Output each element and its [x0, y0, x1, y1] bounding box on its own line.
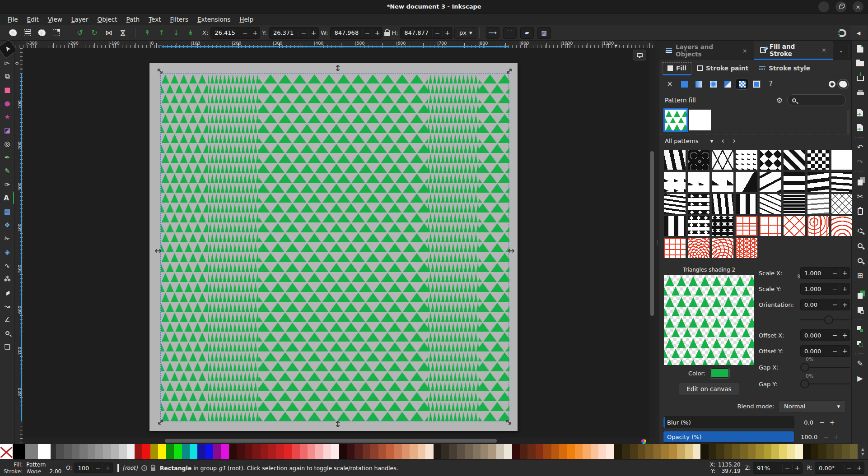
scale-y-value[interactable]: 1.000 [801, 286, 830, 292]
zoom-center-page-icon[interactable]: ⊞ [854, 270, 866, 281]
dropper-tool[interactable]: ✁ [1, 232, 14, 245]
palette-swatch[interactable] [221, 444, 229, 459]
palette-swatch[interactable] [166, 444, 174, 459]
palette-swatch[interactable] [811, 444, 818, 459]
palette-swatch[interactable] [237, 444, 244, 459]
palette-none-swatch[interactable] [0, 444, 13, 459]
tweak-tool[interactable]: ∿ [1, 259, 14, 272]
x-spinbox[interactable]: 26.415 − + [210, 27, 260, 39]
menu-layer[interactable]: Layer [67, 14, 93, 24]
decrement[interactable]: − [844, 464, 854, 471]
horizontal-ruler[interactable]: |-300|-200|-100|0|100|200|300|400|500|60… [15, 41, 653, 48]
menu-edit[interactable]: Edit [23, 14, 43, 24]
palette-swatch[interactable] [481, 444, 488, 459]
palette-swatch[interactable] [292, 444, 299, 459]
palette-swatch[interactable] [434, 444, 441, 459]
measure-tool[interactable]: ∠ [1, 313, 14, 326]
palette-swatch[interactable] [261, 444, 268, 459]
undo-icon[interactable]: ↶ [854, 142, 866, 153]
pattern-triangle-mix[interactable] [807, 150, 829, 170]
palette-swatch[interactable] [355, 444, 362, 459]
palette-swatch[interactable] [630, 444, 638, 459]
paste-icon[interactable] [854, 206, 866, 217]
decrement[interactable]: − [830, 301, 840, 308]
layer-visibility-icon[interactable] [141, 465, 147, 471]
snap-icon[interactable] [840, 29, 846, 37]
link-scale-icon[interactable]: ∞ [796, 274, 803, 279]
pattern-triangle-checker[interactable] [760, 150, 781, 170]
menu-file[interactable]: File [4, 14, 22, 24]
palette-swatch[interactable] [724, 444, 732, 459]
zoom-selection-icon[interactable] [854, 225, 866, 236]
pattern-red-clouds[interactable] [712, 238, 733, 258]
palette-swatch[interactable] [504, 444, 512, 459]
scale-x-value[interactable]: 1.000 [801, 270, 830, 277]
menu-view[interactable]: View [44, 14, 66, 24]
h-increment[interactable]: + [442, 29, 452, 37]
pattern-wave-lines[interactable] [831, 172, 853, 192]
pattern-large-triangles[interactable] [712, 172, 733, 192]
palette-swatch[interactable] [591, 444, 598, 459]
palette-swatch[interactable] [449, 444, 457, 459]
collapse-toolbar-button[interactable]: ◀ [851, 27, 866, 39]
pattern-dense-triangles[interactable] [688, 172, 709, 192]
palette-swatch[interactable] [394, 444, 401, 459]
pattern-search-input[interactable] [787, 94, 846, 106]
scroll-down-icon[interactable]: ▼ [861, 452, 864, 456]
rotation-spinbox[interactable]: 0.00° − + [815, 462, 864, 474]
palette-swatch[interactable] [79, 444, 87, 459]
palette-swatch[interactable] [465, 444, 472, 459]
layer-name[interactable]: [root] [122, 465, 137, 471]
blend-mode-dropdown[interactable]: Normal ▾ [778, 400, 846, 412]
palette-swatch[interactable] [276, 444, 284, 459]
palette-swatch[interactable] [488, 444, 496, 459]
increment[interactable]: + [840, 269, 849, 277]
palette-swatch[interactable] [197, 444, 205, 459]
palette-swatch[interactable] [457, 444, 465, 459]
palette-swatch[interactable] [756, 444, 763, 459]
increment[interactable]: + [840, 347, 849, 355]
palette-swatch[interactable] [323, 444, 331, 459]
spray-tool[interactable]: ⁂ [1, 273, 14, 286]
palette-swatch[interactable] [614, 444, 622, 459]
close-icon[interactable]: × [742, 47, 747, 54]
palette-swatch[interactable] [740, 444, 747, 459]
scale-handle-e[interactable]: ↔ [508, 247, 515, 254]
vertical-ruler[interactable]: 0100200300400500600700800 [15, 48, 23, 444]
palette-swatch[interactable] [190, 444, 197, 459]
menu-text[interactable]: Text [145, 14, 165, 24]
palette-swatch[interactable] [410, 444, 417, 459]
palette-swatch[interactable] [363, 444, 370, 459]
opacity-value[interactable]: 100 [74, 465, 93, 471]
eraser-tool[interactable]: ▰ [0, 283, 16, 301]
save-document-icon[interactable] [854, 73, 866, 84]
palette-swatch[interactable] [127, 444, 135, 459]
stroke-width[interactable]: 2.00 [49, 468, 61, 475]
gap-y-slider[interactable] [800, 384, 850, 384]
palette-swatch[interactable] [520, 444, 527, 459]
palette-swatch[interactable] [709, 444, 716, 459]
paint-pattern-button[interactable] [736, 79, 748, 89]
zoom-spinbox[interactable]: 91% − + [753, 462, 803, 474]
flip-horizontal-icon[interactable]: ⋈ [103, 28, 114, 38]
restore-button[interactable] [835, 1, 846, 12]
ungroup-icon[interactable] [854, 338, 866, 349]
edit-on-canvas-button[interactable]: Edit on canvas [679, 382, 739, 396]
layer-lock-icon[interactable] [151, 467, 155, 471]
pattern-trees[interactable] [664, 172, 686, 192]
palette-swatch[interactable] [764, 444, 771, 459]
pattern-color-swatch[interactable] [710, 368, 730, 379]
palette-swatch[interactable] [693, 444, 700, 459]
pattern-vertical-wavy[interactable] [712, 194, 733, 214]
paint-linear-gradient-button[interactable] [693, 79, 705, 89]
slider-knob[interactable] [824, 315, 833, 324]
decrement[interactable]: − [830, 269, 840, 277]
gear-icon[interactable]: ⚙ [776, 96, 783, 105]
w-decrement[interactable]: − [362, 29, 372, 37]
palette-swatch[interactable] [268, 444, 276, 459]
blur-spinbox[interactable]: 0.0 − + [797, 416, 848, 428]
pattern-wavy-bands[interactable] [664, 150, 686, 170]
decrement[interactable]: − [830, 332, 840, 339]
next-page-icon[interactable]: › [733, 136, 736, 145]
more-commands-icon[interactable]: ▶ [854, 373, 866, 384]
